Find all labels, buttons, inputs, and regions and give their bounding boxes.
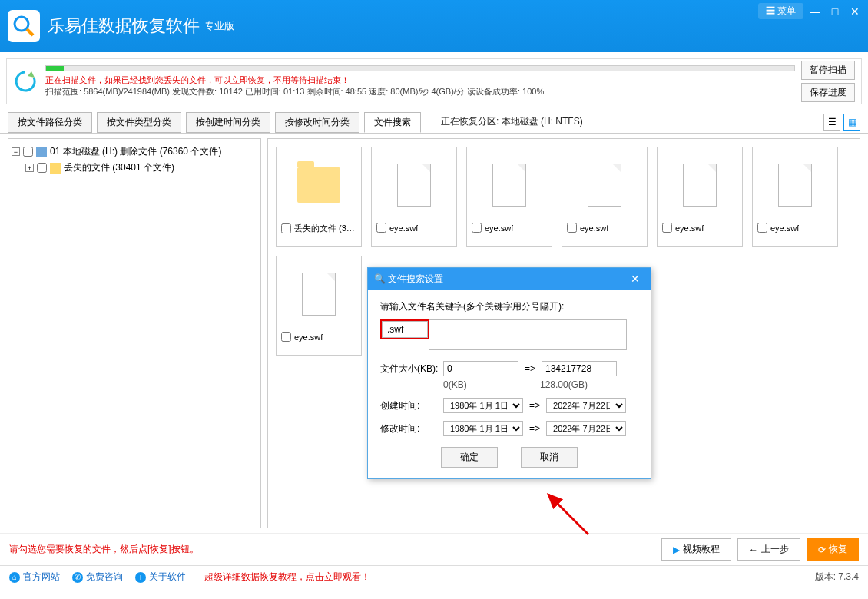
scan-progress <box>45 65 795 71</box>
maximize-button[interactable]: □ <box>827 5 843 18</box>
mtime-to-select[interactable]: 2022年 7月22日 <box>546 421 626 436</box>
size-to-hint: 128.00(GB) <box>540 379 588 390</box>
free-consult-link[interactable]: ✆免费咨询 <box>72 571 123 584</box>
tab-by-mtime[interactable]: 按修改时间分类 <box>275 112 359 133</box>
tab-file-search[interactable]: 文件搜索 <box>364 112 421 133</box>
arrow-left-icon: ← <box>749 544 758 555</box>
scan-stats: 扫描范围: 5864(MB)/241984(MB) 发现文件数: 10142 已… <box>45 86 795 98</box>
keyword-input[interactable] <box>382 321 428 338</box>
ctime-to-select[interactable]: 2022年 7月22日 <box>546 398 626 413</box>
item-checkbox[interactable] <box>281 223 291 233</box>
about-link[interactable]: i关于软件 <box>135 571 186 584</box>
app-title: 乐易佳数据恢复软件 <box>48 15 200 38</box>
keyword-label: 请输入文件名关键字(多个关键字用分号隔开): <box>380 300 638 313</box>
tab-by-ctime[interactable]: 按创建时间分类 <box>186 112 270 133</box>
grid-item-file[interactable]: eye.swf <box>276 256 362 356</box>
ok-button[interactable]: 确定 <box>441 447 498 468</box>
item-checkbox[interactable] <box>567 223 577 233</box>
size-label: 文件大小(KB): <box>380 362 443 376</box>
tree-checkbox[interactable] <box>37 163 47 173</box>
grid-item-file[interactable]: eye.swf <box>562 147 648 247</box>
menu-label: 菜单 <box>777 5 796 16</box>
link-label: 免费咨询 <box>86 571 123 584</box>
grid-item-file[interactable]: eye.swf <box>752 147 838 247</box>
prev-label: 上一步 <box>761 543 789 556</box>
grid-item-folder[interactable]: 丢失的文件 (30... <box>276 147 362 247</box>
folder-icon <box>297 167 340 203</box>
tab-by-type[interactable]: 按文件类型分类 <box>97 112 181 133</box>
item-checkbox[interactable] <box>281 332 291 342</box>
app-logo-icon <box>8 10 40 42</box>
mtime-label: 修改时间: <box>380 422 443 435</box>
size-from-hint: 0(KB) <box>443 379 518 390</box>
globe-icon: ⌂ <box>9 572 20 583</box>
refresh-icon: ⟳ <box>818 544 826 555</box>
close-button[interactable]: ✕ <box>846 5 863 18</box>
menu-button[interactable]: ☰ 菜单 <box>758 3 803 19</box>
file-icon <box>588 164 621 207</box>
grid-item-file[interactable]: eye.swf <box>371 147 457 247</box>
tab-by-path[interactable]: 按文件路径分类 <box>8 112 92 133</box>
size-to-input[interactable] <box>542 361 617 376</box>
minimize-button[interactable]: — <box>807 5 823 18</box>
recover-label: 恢复 <box>829 543 847 556</box>
tree-checkbox[interactable] <box>23 147 33 157</box>
keyword-extra-input[interactable] <box>429 319 627 350</box>
size-from-input[interactable] <box>443 361 518 376</box>
item-checkbox[interactable] <box>376 223 386 233</box>
dialog-title: 文件搜索设置 <box>388 273 443 286</box>
item-label: eye.swf <box>580 223 608 233</box>
search-icon: 🔍 <box>374 273 386 284</box>
folder-icon <box>50 163 61 174</box>
item-label: eye.swf <box>675 223 704 233</box>
arrow-icon: => <box>529 423 540 434</box>
version-label: 版本: 7.3.4 <box>815 571 859 584</box>
promo-link[interactable]: 超级详细数据恢复教程，点击立即观看！ <box>204 571 370 584</box>
mtime-from-select[interactable]: 1980年 1月 1日 <box>443 421 523 436</box>
item-label: eye.swf <box>485 223 513 233</box>
tabs-row: 按文件路径分类 按文件类型分类 按创建时间分类 按修改时间分类 文件搜索 正在恢… <box>0 111 868 134</box>
dialog-close-button[interactable]: ✕ <box>626 273 644 285</box>
save-progress-button[interactable]: 保存进度 <box>801 83 855 102</box>
hint-text: 请勾选您需要恢复的文件，然后点[恢复]按钮。 <box>9 543 199 556</box>
item-label: eye.swf <box>770 223 799 233</box>
file-icon <box>778 164 812 207</box>
file-icon <box>492 164 526 207</box>
tree-node-label: 丢失的文件 (30401 个文件) <box>64 161 174 174</box>
item-checkbox[interactable] <box>472 223 482 233</box>
official-site-link[interactable]: ⌂官方网站 <box>9 571 60 584</box>
grid-item-file[interactable]: eye.swf <box>657 147 743 247</box>
pause-scan-button[interactable]: 暂停扫描 <box>801 61 855 80</box>
item-label: eye.swf <box>294 333 323 342</box>
file-icon <box>302 273 336 316</box>
expand-icon[interactable]: + <box>25 164 34 172</box>
refresh-icon <box>13 69 38 94</box>
disk-icon <box>36 147 47 157</box>
grid-view-button[interactable]: ▦ <box>843 114 860 131</box>
info-icon: i <box>135 572 146 583</box>
video-label: 视频教程 <box>683 543 720 556</box>
tree-node-label: 01 本地磁盘 (H:) 删除文件 (76360 个文件) <box>50 145 221 158</box>
collapse-icon[interactable]: − <box>12 147 20 156</box>
tree-node-lost[interactable]: + 丢失的文件 (30401 个文件) <box>12 160 257 176</box>
prev-step-button[interactable]: ←上一步 <box>737 538 800 561</box>
title-bar: 乐易佳数据恢复软件 专业版 ☰ 菜单 — □ ✕ <box>0 0 868 52</box>
item-checkbox[interactable] <box>662 223 672 233</box>
grid-item-file[interactable]: eye.swf <box>466 147 552 247</box>
file-icon <box>683 164 717 207</box>
ctime-label: 创建时间: <box>380 399 443 412</box>
link-label: 官方网站 <box>23 571 60 584</box>
item-checkbox[interactable] <box>757 223 767 233</box>
folder-tree[interactable]: − 01 本地磁盘 (H:) 删除文件 (76360 个文件) + 丢失的文件 … <box>8 138 261 528</box>
recover-button[interactable]: ⟳恢复 <box>807 538 859 561</box>
scan-status-bar: 正在扫描文件，如果已经找到您丢失的文件，可以立即恢复，不用等待扫描结束！ 扫描范… <box>6 58 862 104</box>
svg-point-0 <box>15 17 28 31</box>
video-tutorial-button[interactable]: ▶视频教程 <box>661 538 731 561</box>
list-view-button[interactable]: ☰ <box>823 114 840 131</box>
video-icon: ▶ <box>673 544 680 555</box>
ctime-from-select[interactable]: 1980年 1月 1日 <box>443 398 523 413</box>
cancel-button[interactable]: 取消 <box>521 447 578 468</box>
scan-notice: 正在扫描文件，如果已经找到您丢失的文件，可以立即恢复，不用等待扫描结束！ <box>45 74 795 86</box>
tree-node-disk[interactable]: − 01 本地磁盘 (H:) 删除文件 (76360 个文件) <box>12 144 257 160</box>
partition-label: 正在恢复分区: 本地磁盘 (H: NTFS) <box>441 115 583 128</box>
